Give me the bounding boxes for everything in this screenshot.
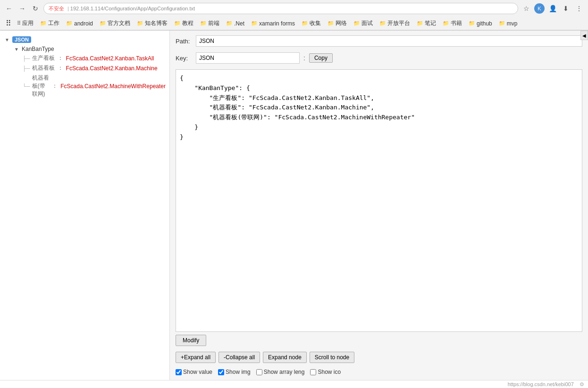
folder-icon: 📁 <box>137 20 143 26</box>
show-array-leng-label: Show array leng <box>264 369 305 375</box>
bookmark-network[interactable]: 📁网络 <box>325 18 350 28</box>
collapse-all-button[interactable]: -Collapse all <box>218 352 260 363</box>
bookmark-work[interactable]: 📁工作 <box>37 18 62 28</box>
settings-icon[interactable]: ⚙ <box>580 381 584 387</box>
bottom-toolbar: +Expand all -Collapse all Expand node Sc… <box>176 349 582 366</box>
folder-icon: 📁 <box>174 20 181 26</box>
show-ico-checkbox[interactable] <box>310 369 316 375</box>
tree-panel: ▼ JSON ▼ KanBanType ├─ 生产看板 ： <box>0 31 170 380</box>
bookmark-frontend[interactable]: 📁前端 <box>197 18 222 28</box>
bookmark-collection[interactable]: 📁收集 <box>299 18 324 28</box>
folder-icon: 📁 <box>469 20 475 26</box>
apps-icon: ⠿ <box>17 20 21 26</box>
user-button[interactable]: 👤 <box>547 3 558 14</box>
expand-node-button[interactable]: Expand node <box>263 352 307 363</box>
show-value-checkbox[interactable] <box>176 369 182 375</box>
menu-button[interactable]: ⋮ <box>574 3 584 14</box>
download-button[interactable]: ⬇ <box>561 3 571 14</box>
bookmark-interview[interactable]: 📁面试 <box>351 18 376 28</box>
kanbantype-label: KanBanType <box>22 46 54 52</box>
tree-item-2[interactable]: └─ 机器看板(带联网) ： FcScada.CastNet2.MachineW… <box>21 73 168 99</box>
folder-icon: 📁 <box>417 20 423 26</box>
folder-icon: 📁 <box>66 20 73 26</box>
browser-chrome: ← → ↻ 不安全 | 192.168.1.114/Configuration/… <box>0 0 588 31</box>
folder-icon: 📁 <box>379 20 386 26</box>
tree-value-2: FcScada.CastNet2.MachineWithRepeater <box>60 83 166 90</box>
forward-button[interactable]: → <box>17 3 27 14</box>
folder-icon: 📁 <box>499 20 505 26</box>
bookmark-apps[interactable]: ⠿应用 <box>14 18 36 28</box>
bookmark-xamarin[interactable]: 📁xamarin forms <box>248 19 298 28</box>
show-ico-label: Show ico <box>318 369 341 375</box>
show-array-leng-checkbox[interactable] <box>256 369 262 375</box>
tree-item-0[interactable]: ├─ 生产看板 ： FcScada.CastNet2.Kanban.TaskAl… <box>21 53 168 63</box>
path-input[interactable] <box>196 35 582 47</box>
show-img-label: Show img <box>226 369 251 375</box>
bookmark-mvp[interactable]: 📁mvp <box>496 19 521 28</box>
tree-sep-2: ： <box>52 82 58 90</box>
tree-line-2: └─ <box>23 83 30 89</box>
show-value-label: Show value <box>183 369 212 375</box>
expand-all-button[interactable]: +Expand all <box>176 352 216 363</box>
bookmark-books[interactable]: 📁书籍 <box>440 18 465 28</box>
bookmark-tutorial[interactable]: 📁教程 <box>171 18 196 28</box>
reload-button[interactable]: ↻ <box>30 3 41 14</box>
show-value-checkbox-label[interactable]: Show value <box>176 369 212 375</box>
path-row: Path: <box>176 35 582 47</box>
tree-key-1: 机器看板 <box>32 64 55 72</box>
apps-button[interactable]: ⠿ <box>4 18 13 29</box>
expand-icon[interactable]: ▼ <box>4 36 10 43</box>
browser-toolbar: ← → ↻ 不安全 | 192.168.1.114/Configuration/… <box>0 0 588 17</box>
kanbantype-row[interactable]: ▼ KanBanType <box>11 45 168 53</box>
folder-icon: 📁 <box>251 20 258 26</box>
tree-key-2: 机器看板(带联网) <box>32 74 50 98</box>
bookmarks-bar: ⠿ ⠿应用 📁工作 📁android 📁官方文档 📁知名博客 📁教程 📁前端 📁… <box>0 17 588 30</box>
address-bar[interactable]: 不安全 | 192.168.1.114/Configuration/App/Ap… <box>43 3 518 14</box>
key-label: Key: <box>176 55 192 62</box>
bookmark-official-docs[interactable]: 📁官方文档 <box>97 18 133 28</box>
modify-row: Modify <box>176 335 582 346</box>
star-button[interactable]: ☆ <box>521 3 531 14</box>
back-button[interactable]: ← <box>4 3 14 14</box>
show-ico-checkbox-label[interactable]: Show ico <box>310 369 341 375</box>
code-editor[interactable]: { "KanBanType": { "生产看板": "FcScada.CastN… <box>176 69 582 332</box>
modify-button[interactable]: Modify <box>176 335 206 346</box>
profile-button[interactable]: K <box>534 3 545 14</box>
copy-button[interactable]: Copy <box>309 53 333 63</box>
url-text: 192.168.1.114/Configuration/App/AppConfi… <box>70 6 195 11</box>
tree-line-1: ├─ <box>23 66 30 71</box>
show-array-leng-checkbox-label[interactable]: Show array leng <box>256 369 305 375</box>
bookmark-android[interactable]: 📁android <box>63 19 96 28</box>
collapse-button[interactable]: ◀ <box>580 31 588 40</box>
show-img-checkbox[interactable] <box>218 369 224 375</box>
tree-item-1[interactable]: ├─ 机器看板 ： FcScada.CastNet2.Kanban.Machin… <box>21 63 168 73</box>
main-layout: ▼ JSON ▼ KanBanType ├─ 生产看板 ： <box>0 31 588 380</box>
folder-icon: 📁 <box>100 20 106 26</box>
bookmark-dotnet[interactable]: 📁.Net <box>223 19 247 28</box>
folder-icon: 📁 <box>302 20 308 26</box>
footer-url: https://blog.csdn.net/kebi007 <box>508 381 574 387</box>
folder-icon: 📁 <box>40 20 47 26</box>
path-label: Path: <box>176 38 192 45</box>
right-panel: ◀ Path: Key: : Copy { "KanBanType": { "生… <box>170 31 588 380</box>
tree-sep-0: ： <box>58 54 63 62</box>
kanbantype-node: ▼ KanBanType ├─ 生产看板 ： FcScada.CastNet2.… <box>11 44 168 100</box>
key-input[interactable] <box>196 52 300 64</box>
show-img-checkbox-label[interactable]: Show img <box>218 369 251 375</box>
folder-icon: 📁 <box>226 20 233 26</box>
security-label: 不安全 <box>49 5 64 12</box>
checkboxes-row: Show value Show img Show array leng Show… <box>176 369 582 375</box>
tree-root-node: ▼ JSON ▼ KanBanType ├─ 生产看板 ： <box>2 34 168 101</box>
tree-children: ▼ KanBanType ├─ 生产看板 ： FcScada.CastNet2.… <box>2 44 168 100</box>
folder-icon: 📁 <box>353 20 360 26</box>
tree-root-row[interactable]: ▼ JSON <box>2 35 168 44</box>
bookmark-openplatform[interactable]: 📁开放平台 <box>377 18 413 28</box>
folder-icon: 📁 <box>443 20 449 26</box>
kanbantype-children: ├─ 生产看板 ： FcScada.CastNet2.Kanban.TaskAl… <box>11 53 168 99</box>
kanbantype-expand-icon[interactable]: ▼ <box>13 46 20 52</box>
bookmark-zhiming[interactable]: 📁知名博客 <box>134 18 170 28</box>
scroll-to-node-button[interactable]: Scroll to node <box>310 352 354 363</box>
bookmark-github[interactable]: 📁github <box>466 19 495 28</box>
bookmark-notes[interactable]: 📁笔记 <box>414 18 439 28</box>
tree-value-1: FcScada.CastNet2.Kanban.Machine <box>66 65 158 72</box>
